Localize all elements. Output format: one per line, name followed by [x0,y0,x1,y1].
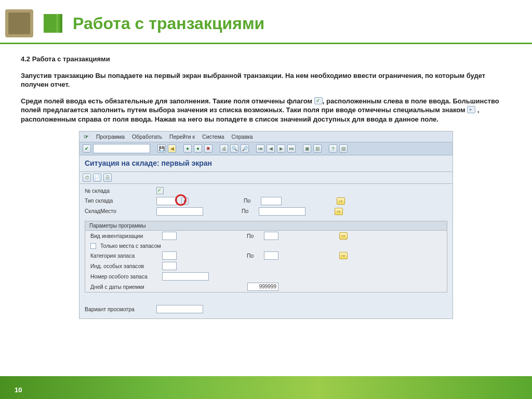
label-days-from-receipt: Дней с даты приемки [90,283,158,290]
menu-obrabotat[interactable]: Обработать [132,133,162,140]
sap-menubar: ☞ Программа Обработать Перейти к Система… [79,131,453,142]
prev-page-button[interactable]: ◀ [267,144,275,153]
execute-button[interactable]: ⏱ [83,174,91,182]
input-special-stock-ind[interactable] [162,262,177,270]
label-special-stock-ind: Инд. особых запасов [90,262,158,270]
input-inventory-type-to[interactable] [264,232,278,240]
find-next-button[interactable]: 🔎 [241,144,249,153]
menu-spravka[interactable]: Справка [232,133,253,140]
label-warehouse-type: Тип склада [85,197,152,204]
crest-logo [5,9,33,37]
layout-button[interactable]: ▤ [339,144,348,153]
slide-title: Работа с транзакциями [73,14,264,33]
slide-footer [0,376,532,399]
group-header: Параметры программы [85,221,447,231]
label-warehouse-no: № склада [85,187,152,194]
close-button[interactable]: ✖ [204,144,212,153]
find-button[interactable]: 🔍 [230,144,238,153]
last-page-button[interactable]: ⏭ [287,144,296,153]
exit-button[interactable]: ● [183,144,192,153]
sap-toolbar: ✔ 💾 ◀ ● ● ✖ 🖨 🔍 🔎 ⏮ ◀ ▶ ⏭ ▣ ▥ [79,142,453,155]
program-params-group: Параметры программы Вид инвентаризации П… [85,221,447,293]
cancel-button[interactable]: ● [194,144,202,153]
multi-select-warehouse-place[interactable]: ⇨ [335,208,343,215]
label-po-2: По [242,207,255,215]
label-po-4: По [247,252,260,259]
label-only-stock: Только места с запасом [100,242,161,249]
slide-header: Работа с транзакциями [0,0,532,43]
sap-screen-title: Ситуация на складе: первый экран [79,155,453,172]
green-square-icon [44,14,62,33]
print-button[interactable]: 🖨 [220,144,228,153]
label-special-stock-no: Номер особого запаса [90,273,158,280]
page-number: 10 [15,386,22,394]
new-session-button[interactable]: ▣ [303,144,311,153]
section-heading: 4.2 Работа с транзакциями [21,55,110,63]
label-display-variant: Вариант просмотра [85,305,152,313]
value-help-icon [467,106,475,113]
menu-pereiti[interactable]: Перейти к [169,133,195,140]
label-stock-category: Категория запаса [90,252,158,259]
shortcut-button[interactable]: ▥ [313,144,322,153]
highlight-circle [175,194,187,206]
body-text: 4.2 Работа с транзакциями Запустив транз… [0,44,532,319]
form-area: № склада Тип склада По ⇨ СкладМесто [79,184,453,318]
save-button[interactable]: 💾 [157,144,166,153]
input-special-stock-no[interactable] [162,272,209,281]
first-page-button[interactable]: ⏮ [256,144,264,153]
sap-screenshot: ☞ Программа Обработать Перейти к Система… [79,131,453,319]
back-button[interactable]: ◀ [168,144,176,153]
command-field[interactable] [93,144,150,153]
input-display-variant[interactable] [156,305,203,313]
label-warehouse-place: СкладМесто [85,207,152,215]
help-button[interactable]: ? [329,144,337,153]
multi-select-inventory-type[interactable]: ⇨ [339,232,348,240]
multi-select-stock-category[interactable]: ⇨ [339,252,348,259]
multi-select-warehouse-type[interactable]: ⇨ [337,197,345,205]
input-days-value[interactable]: 999999 [247,283,278,291]
next-page-button[interactable]: ▶ [277,144,285,153]
input-warehouse-type-to[interactable] [261,197,282,205]
paragraph-1: Запустив транзакцию Вы попадаете на перв… [21,72,485,89]
input-warehouse-type-from[interactable] [156,197,177,205]
menu-programma[interactable]: Программа [96,133,125,140]
input-warehouse-place-to[interactable] [259,207,305,216]
menu-sistema[interactable]: Система [202,133,224,140]
variant-button[interactable]: 📄 [93,174,101,182]
label-po-3: По [247,232,260,240]
menu-icon[interactable]: ☞ [84,133,89,140]
input-stock-category-from[interactable] [162,251,177,260]
selection-button[interactable]: ☰ [103,174,112,182]
input-inventory-type-from[interactable] [162,232,177,240]
label-inventory-type: Вид инвентаризации [90,232,158,240]
input-stock-category-to[interactable] [264,251,278,260]
label-po-1: По [244,197,257,204]
required-marker [156,187,164,194]
input-warehouse-place-from[interactable] [156,207,203,216]
sap-subtoolbar: ⏱ 📄 ☰ [79,172,453,184]
paragraph-2a: Среди полей ввода есть обязательные для … [21,97,314,105]
enter-button[interactable]: ✔ [83,144,91,153]
required-flag-icon [314,97,323,104]
checkbox-only-stock[interactable] [90,243,96,249]
